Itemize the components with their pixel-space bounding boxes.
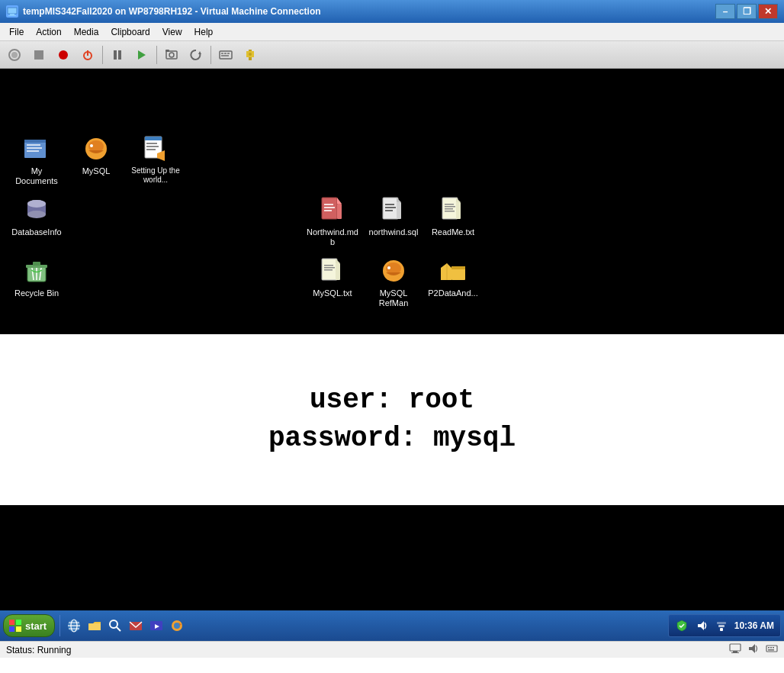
svg-rect-52 bbox=[385, 207, 396, 208]
svg-marker-98 bbox=[749, 644, 755, 653]
svg-line-85 bbox=[117, 627, 120, 631]
desktop-icon-mysql-refman[interactable]: MySQL RefMan bbox=[366, 256, 421, 309]
svg-rect-50 bbox=[397, 202, 401, 219]
svg-rect-74 bbox=[451, 266, 465, 269]
mysql-label: MySQL bbox=[69, 166, 124, 177]
taskbar-icon-firefox[interactable] bbox=[168, 617, 186, 635]
svg-rect-20 bbox=[221, 55, 229, 56]
menu-bar: File Action Media Clipboard View Help bbox=[0, 23, 784, 41]
svg-rect-56 bbox=[456, 202, 461, 219]
taskbar-icon-search[interactable] bbox=[106, 617, 124, 635]
svg-rect-10 bbox=[118, 50, 121, 60]
svg-rect-5 bbox=[34, 50, 43, 60]
taskbar-icon-folder[interactable] bbox=[85, 617, 104, 635]
menu-file[interactable]: File bbox=[3, 25, 30, 39]
desktop-icon-recycle-bin[interactable]: Recycle Bin bbox=[9, 256, 64, 299]
tray-volume-icon[interactable] bbox=[695, 619, 708, 633]
svg-rect-19 bbox=[227, 53, 230, 54]
tray-network-icon[interactable] bbox=[715, 619, 728, 633]
northwind-mdb-label: Northwind.mdb bbox=[305, 227, 360, 248]
toolbar-sep-1 bbox=[102, 46, 103, 64]
taskbar-icon-media[interactable] bbox=[147, 617, 165, 635]
desktop-icon-readme[interactable]: ReadMe.txt bbox=[426, 195, 480, 238]
svg-rect-46 bbox=[324, 207, 335, 208]
toolbar-btn-revert[interactable] bbox=[185, 44, 207, 66]
notepad-area: user: root password: mysql bbox=[0, 334, 784, 505]
toolbar-btn-usb[interactable] bbox=[239, 44, 262, 66]
svg-rect-67 bbox=[324, 265, 333, 266]
svg-rect-92 bbox=[720, 628, 723, 631]
menu-media[interactable]: Media bbox=[68, 25, 105, 39]
menu-view[interactable]: View bbox=[156, 25, 188, 39]
svg-rect-13 bbox=[165, 50, 169, 52]
status-audio-icon bbox=[747, 642, 760, 657]
svg-rect-75 bbox=[9, 620, 14, 625]
start-button[interactable]: start bbox=[3, 614, 55, 637]
bottom-black-area bbox=[0, 505, 784, 610]
desktop-icon-mysql-txt[interactable]: MySQL.txt bbox=[305, 256, 360, 299]
notepad-text: user: root password: mysql bbox=[268, 382, 516, 459]
my-documents-label: My Documents bbox=[9, 166, 64, 187]
desktop-icon-my-documents[interactable]: My Documents bbox=[9, 134, 64, 187]
desktop-icon-northwind-mdb[interactable]: Northwind.mdb bbox=[305, 195, 360, 248]
title-bar-left: tempMIS342Fall2020 on WP8798RH192 - Virt… bbox=[6, 5, 321, 18]
svg-rect-95 bbox=[730, 644, 741, 651]
svg-rect-93 bbox=[718, 625, 725, 627]
toolbar-btn-record[interactable] bbox=[52, 44, 75, 66]
svg-rect-66 bbox=[336, 263, 340, 280]
tray-security-icon[interactable] bbox=[675, 619, 689, 633]
svg-rect-1 bbox=[10, 14, 14, 15]
start-label: start bbox=[25, 620, 47, 632]
vm-screen[interactable]: My Documents MySQL bbox=[0, 69, 784, 610]
taskbar-icon-email[interactable] bbox=[127, 617, 145, 635]
svg-marker-11 bbox=[138, 50, 146, 60]
toolbar-btn-shutdown[interactable] bbox=[76, 44, 99, 66]
vm-icon bbox=[6, 5, 18, 18]
taskbar-icon-ie[interactable] bbox=[65, 617, 83, 635]
svg-rect-18 bbox=[224, 53, 227, 54]
svg-rect-45 bbox=[324, 204, 333, 205]
svg-rect-68 bbox=[324, 267, 335, 269]
toolbar-btn-pause[interactable] bbox=[106, 44, 129, 66]
windows-logo-icon bbox=[8, 619, 22, 633]
svg-rect-76 bbox=[16, 620, 21, 625]
status-right bbox=[729, 642, 778, 657]
svg-rect-102 bbox=[773, 647, 774, 649]
desktop-icon-mysql[interactable]: MySQL bbox=[69, 134, 124, 177]
desktop-icon-database-info[interactable]: DatabaseInfo bbox=[9, 195, 64, 238]
restore-button[interactable]: ❐ bbox=[737, 4, 757, 19]
my-documents-icon bbox=[21, 134, 52, 164]
svg-marker-65 bbox=[336, 259, 340, 263]
taskbar-divider bbox=[59, 615, 60, 636]
svg-rect-27 bbox=[27, 147, 42, 149]
svg-point-41 bbox=[27, 200, 46, 208]
svg-point-6 bbox=[59, 50, 68, 60]
recycle-bin-icon bbox=[21, 256, 52, 286]
svg-rect-28 bbox=[27, 150, 39, 152]
svg-rect-69 bbox=[324, 269, 333, 271]
menu-help[interactable]: Help bbox=[188, 25, 220, 39]
svg-rect-33 bbox=[145, 137, 162, 140]
desktop[interactable]: My Documents MySQL bbox=[0, 69, 784, 334]
toolbar-btn-send-keys[interactable] bbox=[214, 44, 237, 66]
minimize-button[interactable]: – bbox=[715, 4, 735, 19]
desktop-icon-setting-up[interactable]: Setting Up the world... bbox=[128, 134, 183, 185]
toolbar-btn-snapshot[interactable] bbox=[160, 44, 183, 66]
svg-rect-59 bbox=[445, 208, 453, 210]
menu-clipboard[interactable]: Clipboard bbox=[104, 25, 156, 39]
svg-rect-99 bbox=[766, 646, 777, 652]
close-button[interactable]: ✕ bbox=[758, 4, 778, 19]
svg-rect-97 bbox=[731, 652, 739, 653]
toolbar-btn-power[interactable] bbox=[3, 44, 26, 66]
svg-rect-36 bbox=[146, 149, 156, 150]
desktop-icon-p2data[interactable]: P2DataAnd... bbox=[426, 256, 480, 299]
svg-rect-77 bbox=[9, 626, 14, 632]
menu-action[interactable]: Action bbox=[30, 25, 67, 39]
toolbar-btn-stop[interactable] bbox=[27, 44, 50, 66]
desktop-icon-northwind-sql[interactable]: northwind.sql bbox=[366, 195, 421, 238]
svg-rect-53 bbox=[385, 210, 393, 211]
title-bar-buttons: – ❐ ✕ bbox=[715, 4, 778, 19]
toolbar-btn-play[interactable] bbox=[130, 44, 153, 66]
mysql-txt-label: MySQL.txt bbox=[305, 288, 360, 299]
mysql-refman-label: MySQL RefMan bbox=[366, 288, 421, 309]
